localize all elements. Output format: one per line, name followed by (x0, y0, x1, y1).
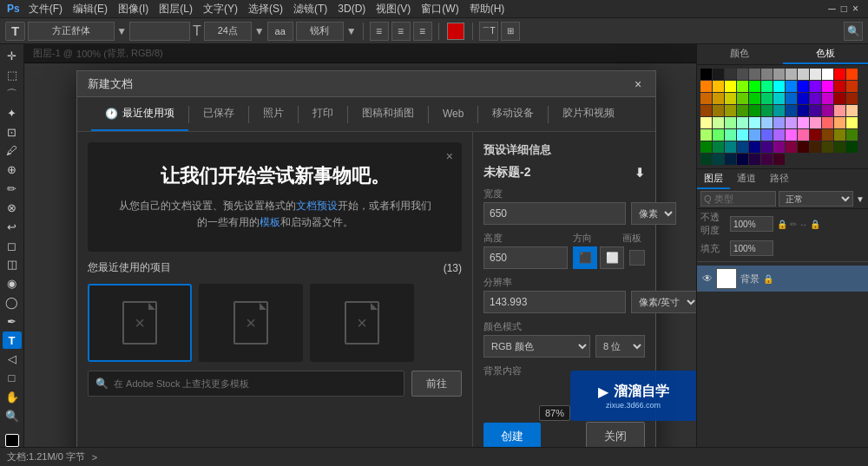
swatch-cell[interactable] (822, 81, 833, 92)
swatch-cell[interactable] (761, 81, 773, 92)
swatch-cell[interactable] (725, 154, 736, 165)
tool-icon-T[interactable]: T (5, 22, 25, 41)
swatch-cell[interactable] (798, 141, 809, 153)
swatch-cell[interactable] (846, 81, 858, 92)
window-maximize[interactable]: □ (841, 3, 847, 15)
dialog-tab-photo[interactable]: 照片 (249, 97, 298, 131)
status-arrow[interactable]: > (92, 452, 97, 463)
swatch-cell[interactable] (773, 69, 785, 80)
wand-tool[interactable]: ✦ (3, 104, 22, 121)
welcome-link-preset[interactable]: 文档预设 (296, 200, 338, 212)
swatch-cell[interactable] (700, 141, 712, 153)
marquee-tool[interactable]: ⬚ (3, 67, 22, 84)
swatch-cell[interactable] (700, 105, 712, 116)
dialog-tab-web[interactable]: Web (429, 97, 477, 131)
swatch-cell[interactable] (810, 69, 821, 80)
swatch-cell[interactable] (700, 69, 712, 80)
preset-save-icon[interactable]: ⬇ (635, 166, 645, 180)
width-input[interactable] (483, 202, 626, 225)
swatch-cell[interactable] (798, 105, 809, 116)
swatch-cell[interactable] (798, 69, 809, 80)
swatch-cell[interactable] (822, 129, 833, 141)
shape-tool[interactable]: □ (3, 370, 22, 387)
dialog-tab-print[interactable]: 打印 (299, 97, 347, 131)
swatch-cell[interactable] (713, 117, 724, 128)
lasso-tool[interactable]: ⌒ (3, 86, 22, 103)
clone-tool[interactable]: ⊗ (3, 200, 22, 217)
swatch-cell[interactable] (749, 93, 760, 104)
eraser-tool[interactable]: ◻ (3, 237, 22, 254)
swatch-cell[interactable] (749, 141, 760, 153)
dialog-tab-recent[interactable]: 🕐 最近使用项 (91, 97, 188, 131)
recent-item-2[interactable] (199, 284, 303, 362)
color-panel-tab[interactable]: 颜色 (697, 44, 782, 64)
landscape-btn[interactable]: ⬜ (600, 246, 624, 269)
swatch-cell[interactable] (713, 93, 724, 104)
swatch-cell[interactable] (810, 141, 821, 153)
align-left-btn[interactable]: ≡ (370, 22, 389, 41)
swatch-cell[interactable] (700, 154, 712, 165)
swatch-cell[interactable] (834, 117, 845, 128)
swatch-cell[interactable] (713, 141, 724, 153)
swatch-cell[interactable] (725, 117, 736, 128)
swatch-cell[interactable] (822, 117, 833, 128)
search-btn[interactable]: 🔍 (844, 22, 863, 41)
swatch-cell[interactable] (761, 69, 773, 80)
swatch-cell[interactable] (761, 105, 773, 116)
path-select-tool[interactable]: ◁ (3, 351, 22, 368)
swatch-cell[interactable] (761, 93, 773, 104)
dialog-tab-film[interactable]: 胶片和视频 (549, 97, 628, 131)
swatch-cell[interactable] (725, 141, 736, 153)
swatch-cell[interactable] (810, 129, 821, 141)
color-depth-select[interactable]: 8 位 16 位 32 位 (595, 335, 645, 358)
swatch-cell[interactable] (725, 93, 736, 104)
swatch-cell[interactable] (713, 69, 724, 80)
dialog-tab-mobile[interactable]: 移动设备 (478, 97, 548, 131)
swatch-cell[interactable] (846, 93, 858, 104)
swatch-cell[interactable] (834, 81, 845, 92)
swatch-cell[interactable] (822, 105, 833, 116)
swatch-cell[interactable] (749, 105, 760, 116)
swatch-cell[interactable] (786, 105, 797, 116)
swatch-cell[interactable] (846, 117, 858, 128)
swatch-cell[interactable] (786, 129, 797, 141)
dialog-close-icon[interactable]: × (631, 77, 645, 91)
layers-tab[interactable]: 图层 (697, 169, 730, 189)
font-style-input[interactable] (129, 22, 190, 41)
swatch-cell[interactable] (749, 81, 760, 92)
move-tool[interactable]: ✛ (3, 48, 22, 65)
text-color-swatch[interactable] (447, 23, 464, 40)
welcome-banner-close[interactable]: × (446, 149, 453, 163)
menu-item-select[interactable]: 选择(S) (248, 2, 283, 16)
font-size-input[interactable] (204, 22, 252, 41)
pen-tool[interactable]: ✒ (3, 312, 22, 330)
swatch-cell[interactable] (737, 81, 748, 92)
swatch-cell[interactable] (834, 141, 845, 153)
swatch-cell[interactable] (725, 129, 736, 141)
menu-item-3d[interactable]: 3D(D) (338, 3, 365, 15)
canvas-checkbox[interactable] (629, 250, 645, 266)
window-close[interactable]: × (852, 3, 858, 15)
swatch-cell[interactable] (834, 129, 845, 141)
layer-type-filter[interactable] (700, 191, 776, 207)
align-right-btn[interactable]: ≡ (413, 22, 432, 41)
menu-item-file[interactable]: 文件(F) (29, 2, 62, 16)
swatch-cell[interactable] (810, 93, 821, 104)
swatch-cell[interactable] (822, 93, 833, 104)
fill-input[interactable] (730, 240, 773, 256)
swatch-cell[interactable] (834, 69, 845, 80)
layer-item-background[interactable]: 👁 背景 🔒 (697, 266, 868, 292)
swatch-cell[interactable] (846, 105, 858, 116)
swatch-cell[interactable] (749, 69, 760, 80)
swatch-cell[interactable] (773, 141, 785, 153)
swatch-cell[interactable] (773, 117, 785, 128)
fg-color-swatch[interactable] (5, 434, 19, 447)
search-input[interactable] (114, 378, 397, 389)
align-center-btn[interactable]: ≡ (391, 22, 411, 41)
swatch-cell[interactable] (761, 154, 773, 165)
swatch-cell[interactable] (737, 141, 748, 153)
dialog-tab-saved[interactable]: 已保存 (189, 97, 248, 131)
font-name-input[interactable] (28, 22, 115, 41)
height-input[interactable] (483, 246, 568, 269)
swatch-cell[interactable] (822, 69, 833, 80)
